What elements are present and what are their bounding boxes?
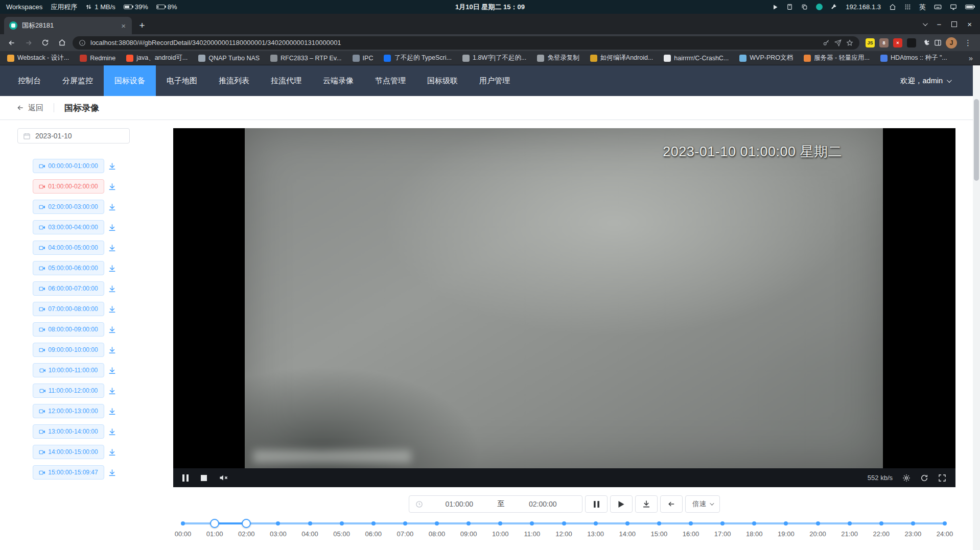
- nav-item[interactable]: 云端录像: [312, 65, 364, 96]
- split-view-icon[interactable]: [934, 39, 942, 46]
- keyboard-icon[interactable]: [934, 3, 942, 11]
- bookmark-item[interactable]: IPC: [353, 55, 374, 62]
- segment-button[interactable]: 07:00:00-08:00:00: [33, 302, 104, 316]
- calculator-icon[interactable]: [786, 4, 793, 10]
- input-language-indicator[interactable]: 英: [919, 3, 926, 12]
- segment-button[interactable]: 12:00:00-13:00:00: [33, 404, 104, 418]
- bookmark-item[interactable]: QNAP Turbo NAS: [198, 55, 260, 62]
- app-grid-icon[interactable]: [904, 4, 911, 10]
- nav-item[interactable]: 拉流代理: [260, 65, 312, 96]
- bookmark-item[interactable]: HDAtmos :: 种子 "...: [880, 54, 947, 62]
- segment-button[interactable]: 02:00:00-03:00:00: [33, 200, 104, 214]
- segment-button[interactable]: 05:00:00-06:00:00: [33, 261, 104, 275]
- bookmark-item[interactable]: 免登录复制: [537, 54, 579, 62]
- window-maximize-button[interactable]: [951, 21, 957, 27]
- pause-button[interactable]: [585, 495, 608, 513]
- workspaces-button[interactable]: Workspaces: [6, 3, 42, 11]
- end-time-value[interactable]: 02:00:00: [510, 500, 576, 508]
- segment-download-icon[interactable]: [108, 427, 116, 436]
- segment-download-icon[interactable]: [108, 162, 116, 171]
- system-battery-icon[interactable]: [965, 5, 974, 9]
- app-indicator-icon[interactable]: [816, 4, 823, 10]
- site-info-icon[interactable]: [79, 39, 86, 46]
- bookmark-item[interactable]: RFC2833 – RTP Ev...: [270, 55, 342, 62]
- segment-button[interactable]: 09:00:00-10:00:00: [33, 343, 104, 357]
- wrench-icon[interactable]: [831, 4, 837, 10]
- segment-download-icon[interactable]: [108, 366, 116, 375]
- nav-item[interactable]: 推流列表: [208, 65, 260, 96]
- applications-button[interactable]: 应用程序: [51, 3, 77, 12]
- profile-avatar[interactable]: J: [946, 37, 957, 49]
- user-menu[interactable]: 欢迎，admin: [900, 76, 950, 86]
- segment-button[interactable]: 10:00:00-11:00:00: [33, 363, 104, 377]
- segment-download-icon[interactable]: [108, 305, 116, 314]
- display-icon[interactable]: [950, 4, 957, 11]
- eight-extension-icon[interactable]: 8: [879, 38, 889, 47]
- segment-button[interactable]: 03:00:00-04:00:00: [33, 220, 104, 234]
- segment-button[interactable]: 14:00:00-15:00:00: [33, 445, 104, 459]
- tab-search-icon[interactable]: [923, 21, 928, 26]
- bookmark-item[interactable]: 服务器 - 轻量应用...: [804, 54, 870, 62]
- home-icon[interactable]: [889, 4, 896, 11]
- timeline-slider[interactable]: 00:0001:0002:0003:0004:0005:0006:0007:00…: [183, 522, 945, 545]
- password-key-icon[interactable]: [823, 39, 830, 46]
- nav-item[interactable]: 国标级联: [416, 65, 469, 96]
- tab-close-icon[interactable]: ×: [120, 21, 127, 30]
- video-player[interactable]: 2023-01-10 01:00:00 星期二 552 kb/s: [173, 128, 955, 487]
- media-play-icon[interactable]: [772, 4, 778, 10]
- bookmark-item[interactable]: hairrrrr/C-CrashC...: [664, 55, 729, 62]
- player-stop-icon[interactable]: [201, 475, 207, 481]
- speed-dropdown[interactable]: 倍速: [685, 495, 720, 513]
- forward-button[interactable]: [22, 36, 35, 49]
- nav-item[interactable]: 控制台: [7, 65, 52, 96]
- player-refresh-icon[interactable]: [920, 474, 928, 482]
- segment-download-icon[interactable]: [108, 244, 116, 252]
- bookmark-item[interactable]: 1.8W字|了不起的...: [462, 54, 526, 62]
- nav-item[interactable]: 电子地图: [156, 65, 208, 96]
- segment-button[interactable]: 15:00:00-15:09:47: [33, 465, 104, 480]
- play-button[interactable]: [610, 495, 633, 513]
- date-picker[interactable]: 2023-01-10: [17, 128, 130, 144]
- window-close-button[interactable]: ×: [967, 20, 972, 28]
- fullscreen-icon[interactable]: [938, 474, 946, 482]
- start-time-value[interactable]: 01:00:00: [426, 500, 493, 508]
- back-button[interactable]: [5, 36, 18, 49]
- bookmark-item[interactable]: 了不起的 TypeScri...: [384, 54, 452, 62]
- reload-button[interactable]: [39, 36, 52, 49]
- download-button[interactable]: [635, 495, 658, 513]
- volume-muted-icon[interactable]: [219, 474, 228, 482]
- segment-download-icon[interactable]: [108, 284, 116, 293]
- bookmarks-overflow-icon[interactable]: »: [969, 54, 973, 62]
- step-back-button[interactable]: [660, 495, 683, 513]
- nav-item[interactable]: 用户管理: [469, 65, 521, 96]
- scrollbar-thumb[interactable]: [974, 99, 979, 181]
- share-icon[interactable]: [834, 39, 842, 46]
- address-bar[interactable]: localhost:38080/#/gbRecordDetail/3402000…: [73, 36, 859, 50]
- copy-icon[interactable]: [801, 4, 808, 10]
- timeline-handle[interactable]: [210, 519, 219, 528]
- clock[interactable]: 1月10日 星期二 15：09: [455, 3, 525, 12]
- segment-button[interactable]: 13:00:00-14:00:00: [33, 424, 104, 439]
- bookmark-item[interactable]: Redmine: [80, 55, 115, 62]
- bookmark-item[interactable]: Webstack - 设计...: [7, 54, 69, 62]
- segment-download-icon[interactable]: [108, 387, 116, 395]
- segment-download-icon[interactable]: [108, 407, 116, 416]
- nav-item[interactable]: 分屏监控: [52, 65, 104, 96]
- segment-download-icon[interactable]: [108, 223, 116, 232]
- segment-download-icon[interactable]: [108, 346, 116, 354]
- nav-item[interactable]: 节点管理: [364, 65, 416, 96]
- home-button[interactable]: [56, 36, 68, 49]
- page-scrollbar[interactable]: [973, 65, 980, 550]
- ip-address[interactable]: 192.168.1.3: [846, 3, 881, 11]
- blocker-extension-icon[interactable]: ×: [893, 38, 902, 47]
- segment-button[interactable]: 06:00:00-07:00:00: [33, 281, 104, 296]
- nav-item[interactable]: 国标设备: [104, 65, 156, 96]
- js-extension-icon[interactable]: JS: [866, 38, 875, 47]
- segment-button[interactable]: 00:00:00-01:00:00: [33, 159, 104, 173]
- browser-tab[interactable]: 国标28181 ×: [4, 17, 132, 34]
- new-tab-button[interactable]: +: [135, 18, 149, 33]
- segment-download-icon[interactable]: [108, 203, 116, 211]
- segment-download-icon[interactable]: [108, 264, 116, 273]
- bookmark-star-icon[interactable]: [846, 39, 853, 46]
- segment-button[interactable]: 01:00:00-02:00:00: [33, 179, 104, 194]
